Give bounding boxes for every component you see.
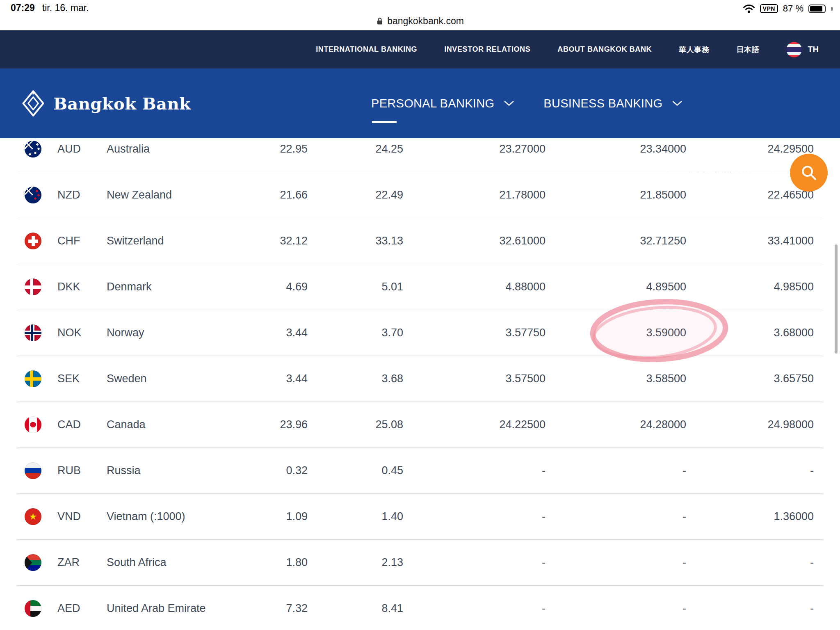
- table-row: DKK Denmark 4.69 5.01 4.88000 4.89500 4.…: [17, 264, 823, 310]
- currency-country: Norway: [107, 326, 242, 339]
- top-nav-item-japanese[interactable]: 日本語: [737, 45, 760, 55]
- currency-country: New Zealand: [107, 189, 242, 201]
- flag-cell: [17, 233, 57, 249]
- top-nav-item-international-banking[interactable]: INTERNATIONAL BANKING: [316, 45, 417, 54]
- brand-logo[interactable]: Bangkok Bank: [21, 90, 191, 117]
- currency-code: AUD: [57, 143, 107, 155]
- rate-buying-transfer: -: [546, 464, 686, 477]
- flag-nok-icon: [25, 324, 41, 341]
- flag-cell: [17, 141, 57, 158]
- scrollbar-thumb[interactable]: [835, 244, 838, 354]
- primary-nav: PERSONAL BANKING BUSINESS BANKING: [371, 68, 682, 138]
- address-bar[interactable]: bangkokbank.com: [0, 16, 840, 27]
- flag-nzd-icon: [25, 187, 41, 203]
- rate-buying-transfer: 21.85000: [546, 189, 686, 201]
- rate-buying-transfer: -: [546, 602, 686, 615]
- search-button[interactable]: [790, 154, 828, 192]
- lock-icon: [376, 17, 383, 25]
- nav-personal-banking[interactable]: PERSONAL BANKING: [371, 97, 514, 110]
- rate-selling: 3.68000: [686, 326, 814, 339]
- flag-cad-icon: [25, 416, 41, 433]
- rate-selling: 24.29500: [686, 143, 814, 155]
- rate-buying-1: 32.12: [242, 235, 308, 247]
- screen: 07:29 tir. 16. mar. VPN 87 % bangkokbank…: [0, 0, 840, 630]
- currency-code: SEK: [57, 372, 107, 385]
- table-row: ZAR South Africa 1.80 2.13 - - -: [17, 540, 823, 586]
- rate-selling-1: 3.68: [308, 372, 403, 385]
- rate-selling: 3.65750: [686, 372, 814, 385]
- flag-dkk-icon: [25, 278, 41, 295]
- rate-buying-sight: 32.61000: [403, 235, 546, 247]
- rate-buying-sight: 21.78000: [403, 189, 546, 201]
- top-nav-item-investor-relations[interactable]: INVESTOR RELATIONS: [444, 45, 530, 54]
- rate-selling-1: 1.40: [308, 510, 403, 523]
- flag-vnd-icon: [25, 508, 41, 525]
- currency-code: ZAR: [57, 556, 107, 569]
- flag-cell: [17, 462, 57, 479]
- battery-cap: [831, 7, 833, 11]
- flag-aud-icon: [25, 141, 41, 158]
- top-nav-item-chinese[interactable]: 華人事務: [679, 45, 709, 55]
- rate-selling-1: 3.70: [308, 326, 403, 339]
- currency-country: Switzerland: [107, 235, 242, 247]
- flag-cell: [17, 370, 57, 387]
- table-row: SEK Sweden 3.44 3.68 3.57500 3.58500 3.6…: [17, 356, 823, 402]
- language-selector[interactable]: TH: [786, 42, 819, 57]
- currency-code: NZD: [57, 189, 107, 201]
- rate-buying-transfer: -: [546, 510, 686, 523]
- rate-buying-1: 23.96: [242, 418, 308, 431]
- rate-selling-1: 2.13: [308, 556, 403, 569]
- currency-country: Vietnam (:1000): [107, 510, 242, 523]
- currency-code: CHF: [57, 235, 107, 247]
- flag-zar-icon: [25, 554, 41, 571]
- flag-cell: [17, 324, 57, 341]
- currency-code: RUB: [57, 464, 107, 477]
- currency-code: NOK: [57, 326, 107, 339]
- currency-country: South Africa: [107, 556, 242, 569]
- battery-percentage: 87 %: [783, 3, 803, 14]
- status-left: 07:29 tir. 16. mar.: [11, 2, 89, 14]
- table-row: RUB Russia 0.32 0.45 - - -: [17, 448, 823, 494]
- rate-buying-transfer: 23.34000: [546, 143, 686, 155]
- nav-personal-banking-label: PERSONAL BANKING: [371, 97, 494, 110]
- rate-buying-1: 4.69: [242, 281, 308, 293]
- rate-selling: 1.36000: [686, 510, 814, 523]
- main-header: Bangkok Bank PERSONAL BANKING BUSINESS B…: [0, 68, 840, 138]
- top-nav-item-about-bangkok-bank[interactable]: ABOUT BANGKOK BANK: [557, 45, 652, 54]
- log-on-label: LOG ON: [689, 166, 733, 178]
- rate-buying-1: 7.32: [242, 602, 308, 615]
- rates-table: AUD Australia 22.95 24.25 23.27000 23.34…: [17, 126, 823, 630]
- currency-code: DKK: [57, 281, 107, 293]
- padlock-icon: [740, 167, 750, 177]
- table-row: VND Vietnam (:1000) 1.09 1.40 - - 1.3600…: [17, 494, 823, 540]
- language-label: TH: [808, 45, 819, 54]
- currency-country: Russia: [107, 464, 242, 477]
- rate-buying-1: 1.80: [242, 556, 308, 569]
- rate-buying-transfer: 3.58500: [546, 372, 686, 385]
- currency-country: United Arab Emirate: [107, 602, 242, 615]
- rate-selling: 33.41000: [686, 235, 814, 247]
- table-row: CAD Canada 23.96 25.08 24.22500 24.28000…: [17, 402, 823, 448]
- currency-country: Canada: [107, 418, 242, 431]
- rate-buying-sight: 4.88000: [403, 281, 546, 293]
- rate-selling: 24.98000: [686, 418, 814, 431]
- clock: 07:29: [11, 2, 35, 14]
- nav-business-banking[interactable]: BUSINESS BANKING: [543, 97, 682, 110]
- rate-selling: -: [686, 464, 814, 477]
- rate-selling-1: 24.25: [308, 143, 403, 155]
- thailand-flag-icon: [786, 42, 802, 57]
- rate-buying-1: 0.32: [242, 464, 308, 477]
- log-on-button[interactable]: LOG ON: [666, 155, 773, 188]
- currency-country: Sweden: [107, 372, 242, 385]
- flag-rub-icon: [25, 462, 41, 479]
- currency-country: Denmark: [107, 281, 242, 293]
- flag-cell: [17, 278, 57, 295]
- rate-buying-sight: -: [403, 602, 546, 615]
- rate-selling: 4.98500: [686, 281, 814, 293]
- status-bar: 07:29 tir. 16. mar. VPN 87 % bangkokbank…: [0, 0, 840, 30]
- rate-buying-sight: 3.57500: [403, 372, 546, 385]
- date: tir. 16. mar.: [42, 2, 89, 14]
- currency-country: Australia: [107, 143, 242, 155]
- flag-cell: [17, 187, 57, 203]
- rate-buying-sight: 23.27000: [403, 143, 546, 155]
